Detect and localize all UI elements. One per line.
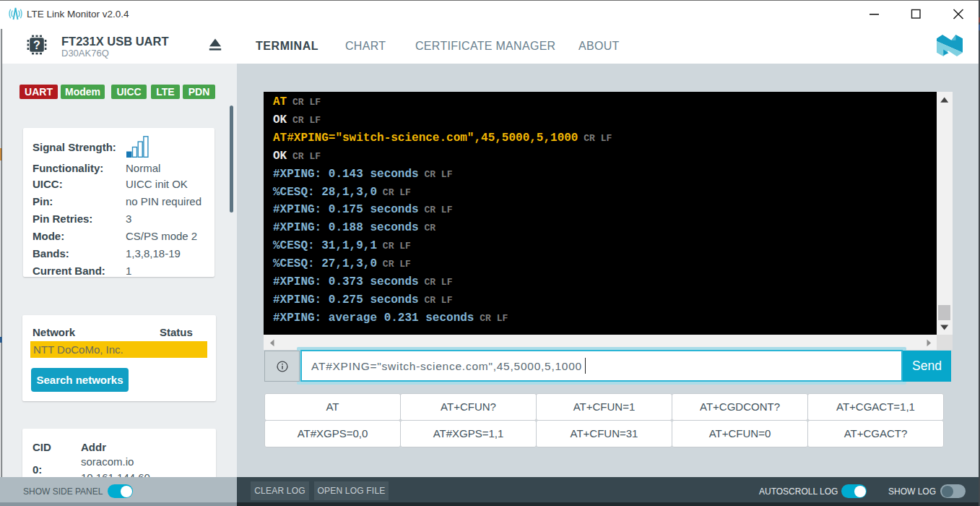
svg-text:?: ? xyxy=(33,39,40,51)
